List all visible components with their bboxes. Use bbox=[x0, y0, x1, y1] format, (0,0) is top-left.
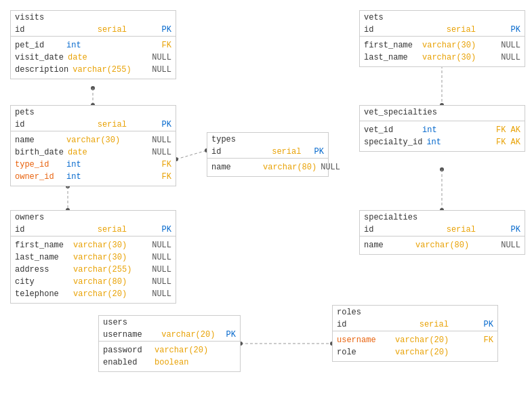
table-row: name varchar(80) NULL bbox=[211, 161, 324, 173]
visits-body: pet_id int FK visit_date date NULL descr… bbox=[11, 37, 176, 79]
visits-id-type: serial bbox=[98, 25, 127, 35]
roles-title: roles bbox=[333, 306, 497, 318]
vets-body: first_name varchar(30) NULL last_name va… bbox=[360, 37, 525, 66]
table-row: type_id int FK bbox=[15, 159, 171, 171]
vets-header: id serial PK bbox=[360, 24, 525, 37]
roles-table: roles id serial PK username varchar(20) … bbox=[332, 305, 498, 362]
pets-header: id serial PK bbox=[11, 119, 176, 131]
owners-body: first_name varchar(30) NULL last_name va… bbox=[11, 236, 176, 303]
users-header: username varchar(20) PK bbox=[99, 329, 240, 342]
types-table: types id serial PK name varchar(80) NULL bbox=[207, 132, 329, 177]
visits-header: id serial PK bbox=[11, 24, 176, 37]
vet-specialties-title: vet_specialties bbox=[360, 106, 525, 119]
table-row: last_name varchar(30) NULL bbox=[364, 52, 520, 64]
table-row: specialty_id int FK AK bbox=[364, 136, 520, 148]
table-row: first_name varchar(30) NULL bbox=[364, 39, 520, 52]
pets-title: pets bbox=[11, 106, 176, 119]
vet-specialties-body: vet_id int FK AK specialty_id int FK AK bbox=[360, 121, 525, 151]
table-row: visit_date date NULL bbox=[15, 52, 171, 64]
visits-id: id bbox=[15, 25, 62, 35]
users-body: password varchar(20) enabled boolean bbox=[99, 342, 240, 371]
table-row: role varchar(20) bbox=[337, 346, 493, 358]
table-row: city varchar(80) NULL bbox=[15, 276, 171, 288]
vets-table: vets id serial PK first_name varchar(30)… bbox=[359, 10, 525, 67]
users-title: users bbox=[99, 316, 240, 329]
table-row: first_name varchar(30) NULL bbox=[15, 239, 171, 251]
svg-point-12 bbox=[440, 167, 444, 171]
table-row: enabled boolean bbox=[103, 356, 236, 369]
table-row: address varchar(255) NULL bbox=[15, 264, 171, 276]
specialties-body: name varchar(80) NULL bbox=[360, 236, 525, 254]
owners-table: owners id serial PK first_name varchar(3… bbox=[10, 210, 176, 304]
types-title: types bbox=[207, 133, 328, 146]
table-row: description varchar(255) NULL bbox=[15, 64, 171, 76]
owners-header: id serial PK bbox=[11, 224, 176, 236]
visits-table: visits id serial PK pet_id int FK visit_… bbox=[10, 10, 176, 79]
table-row: username varchar(20) FK bbox=[337, 334, 493, 346]
types-header: id serial PK bbox=[207, 146, 328, 159]
visits-title: visits bbox=[11, 11, 176, 24]
table-row: vet_id int FK AK bbox=[364, 124, 520, 136]
svg-line-6 bbox=[176, 150, 207, 159]
table-row: telephone varchar(20) NULL bbox=[15, 288, 171, 300]
owners-title: owners bbox=[11, 211, 176, 224]
pets-body: name varchar(30) NULL birth_date date NU… bbox=[11, 131, 176, 186]
specialties-title: specialties bbox=[360, 211, 525, 224]
pets-table: pets id serial PK name varchar(30) NULL … bbox=[10, 105, 176, 186]
vets-title: vets bbox=[360, 11, 525, 24]
table-row: name varchar(30) NULL bbox=[15, 134, 171, 146]
table-row: birth_date date NULL bbox=[15, 146, 171, 159]
svg-point-0 bbox=[91, 86, 95, 90]
vet-specialties-table: vet_specialties vet_id int FK AK special… bbox=[359, 105, 525, 152]
visits-id-pk: PK bbox=[162, 25, 171, 35]
table-row: pet_id int FK bbox=[15, 39, 171, 52]
table-row: owner_id int FK bbox=[15, 171, 171, 183]
roles-body: username varchar(20) FK role varchar(20) bbox=[333, 331, 497, 361]
types-body: name varchar(80) NULL bbox=[207, 159, 328, 176]
specialties-table: specialties id serial PK name varchar(80… bbox=[359, 210, 525, 255]
specialties-header: id serial PK bbox=[360, 224, 525, 236]
roles-header: id serial PK bbox=[333, 318, 497, 331]
users-table: users username varchar(20) PK password v… bbox=[98, 315, 241, 372]
table-row: name varchar(80) NULL bbox=[364, 239, 520, 251]
table-row: last_name varchar(30) NULL bbox=[15, 251, 171, 264]
table-row: password varchar(20) bbox=[103, 344, 236, 356]
